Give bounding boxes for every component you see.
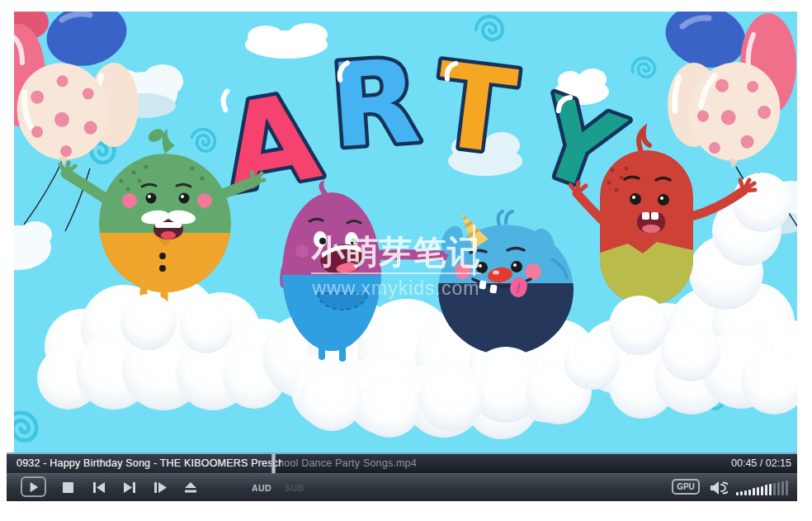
seekbar-playhead[interactable] bbox=[271, 454, 276, 473]
letter-t: T bbox=[428, 37, 523, 180]
video-scene: A R T Y bbox=[14, 12, 797, 452]
play-button[interactable] bbox=[21, 476, 46, 497]
video-display-area[interactable]: A R T Y bbox=[14, 12, 797, 452]
eject-button[interactable] bbox=[181, 474, 201, 501]
controls-bar: AUD SUB GPU bbox=[7, 473, 797, 501]
time-display: 00:45 / 02:15 bbox=[731, 454, 791, 472]
step-forward-button[interactable] bbox=[150, 474, 170, 501]
mute-speaker-icon[interactable] bbox=[708, 474, 729, 501]
volume-slider[interactable] bbox=[736, 474, 795, 501]
previous-button[interactable] bbox=[89, 474, 109, 501]
letter-r: R bbox=[326, 33, 424, 173]
subtitle-button[interactable]: SUB bbox=[282, 474, 307, 501]
seekbar[interactable]: 0932 - Happy Birthday Song - THE KIBOOME… bbox=[7, 452, 797, 473]
gpu-indicator-badge[interactable]: GPU bbox=[672, 479, 700, 495]
stop-button[interactable] bbox=[58, 474, 78, 501]
player-toolbar: 0932 - Happy Birthday Song - THE KIBOOME… bbox=[7, 452, 797, 501]
next-button[interactable] bbox=[120, 474, 139, 501]
player-window: A R T Y bbox=[0, 0, 812, 521]
audio-track-button[interactable]: AUD bbox=[249, 474, 274, 501]
